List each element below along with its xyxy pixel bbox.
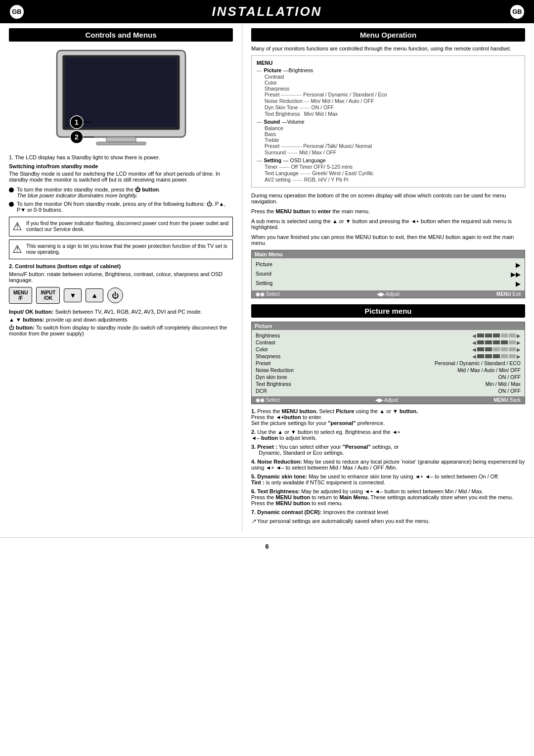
warning-boxes: ⚠ If you find the power indicator flashi… (9, 217, 233, 259)
picture-box-title: Picture (252, 322, 525, 330)
switch-text: The Standby mode is used for switching t… (9, 171, 233, 183)
instruction-5: 5. Dynamic skin tone: May be used to enh… (251, 473, 525, 485)
switch-section: Switching into/from standby mode The Sta… (9, 163, 233, 183)
main-menu-box: Main Menu Picture▶ Sound▶▶ Setting▶ ◉◉ S… (251, 250, 525, 298)
input-ok-desc: Input/ OK button: Switch between TV, AV1… (9, 309, 233, 315)
menu-nav-text1: During menu operation the bottom of the … (251, 192, 525, 204)
menu-item-picture: Picture▶ (256, 260, 521, 270)
warning-icon-1: ⚠ (12, 220, 22, 233)
page: GB INSTALLATION GB Controls and Menus (0, 0, 534, 756)
picture-menu-section: Picture menu Picture Brightness ◀ ▶ (251, 304, 525, 524)
svg-rect-4 (96, 142, 146, 145)
menu-nav-text2: Press the MENU button to enter the main … (251, 208, 525, 214)
picture-menu-heading: Picture menu (251, 304, 525, 318)
pic-contrast: Contrast ◀ ▶ (256, 339, 521, 346)
menu-item-setting: Setting▶ (256, 279, 521, 288)
main-content: Controls and Menus 1 (0, 23, 534, 532)
badge-left: GB (9, 4, 25, 20)
down-button[interactable]: ▼ (64, 288, 82, 302)
pic-footer-back: MENU Back (494, 397, 521, 403)
svg-rect-2 (65, 57, 178, 128)
up-button[interactable]: ▲ (86, 288, 103, 302)
instruction-3: 3. Preset : You can select either your "… (251, 444, 525, 456)
bullet-standby-on: To turn the monitor into standby mode, p… (9, 187, 233, 198)
menu-item-sound: Sound▶▶ (256, 270, 521, 279)
instruction-6: 6. Text Brightness: May be adjusted by u… (251, 488, 525, 506)
bullet-text-2: To turn the monitor ON from standby mode… (17, 201, 233, 213)
pic-sharpness: Sharpness ◀ ▶ (256, 353, 521, 360)
pic-noise: Noise ReductionMid / Max / Auto / Min/ O… (256, 367, 521, 374)
menu-branch-picture: — Picture —Brightness (257, 67, 520, 73)
pic-footer-select: ◉◉ Select (256, 397, 280, 403)
instruction-note: ↗ Your personal settings are automatical… (251, 518, 525, 524)
right-column: Menu Operation Many of your monitors fun… (242, 23, 534, 532)
bullet-standby-off: To turn the monitor ON from standby mode… (9, 201, 233, 213)
control-text: Menu/F button: rotate between volume, Br… (9, 271, 233, 283)
page-title: INSTALLATION (212, 4, 322, 19)
warning-box-2: ⚠ This warning is a sign to let you know… (9, 239, 233, 259)
menu-tree: MENU — Picture —Brightness Contrast Colo… (251, 55, 525, 188)
instruction-1: 1. Press the MENU button. Select Picture… (251, 408, 525, 426)
pic-text-brightness: Text BrightnessMin / Mid / Max (256, 380, 521, 387)
picture-box-body: Brightness ◀ ▶ Contrast ◀ (252, 330, 525, 396)
menu-sub-picture: Contrast Color Sharpness Preset ———— Per… (265, 74, 520, 117)
sub-menu-text2: When you have finished you can press the… (251, 234, 525, 246)
svg-text:2: 2 (75, 133, 79, 141)
page-number: 6 (0, 537, 534, 555)
bullet-dot-2 (9, 202, 14, 207)
main-menu-body: Picture▶ Sound▶▶ Setting▶ (252, 258, 525, 290)
svg-text:1: 1 (75, 118, 79, 126)
arrow-desc: ▲ ▼ buttons: provide up and down adjustm… (9, 317, 233, 323)
controls-section-heading: Controls and Menus (9, 28, 233, 42)
warning-icon-2: ⚠ (12, 243, 22, 256)
pic-color: Color ◀ ▶ (256, 346, 521, 353)
picture-box: Picture Brightness ◀ ▶ Contrast (251, 322, 525, 404)
instruction-7-dynamic: 7. Dynamic contrast (DCR): Improves the … (251, 509, 525, 515)
footer-adjust: ◀▶ Adjust (377, 291, 400, 297)
menu-sub-setting: Timer —— Off Timer OFF/ 5-120 mins Text … (265, 164, 520, 183)
pic-footer-adjust: ◀▶ Adjust (375, 397, 398, 403)
pic-dcr: DCRON / OFF (256, 387, 521, 394)
monitor-note: 1. The LCD display has a Standby light t… (9, 154, 233, 160)
monitor-svg: 1 2 (47, 46, 195, 149)
pic-brightness: Brightness ◀ ▶ (256, 332, 521, 339)
left-column: Controls and Menus 1 (0, 23, 242, 532)
menu-sub-sound: Balance Bass Treble Preset ———— Personal… (265, 125, 520, 155)
input-ok-button[interactable]: INPUT/OK (36, 287, 60, 304)
sub-menu-text1: A sub menu is selected using the ▲ or ▼ … (251, 218, 525, 230)
warning-text-2: This warning is a sign to let you know t… (26, 243, 229, 255)
power-button[interactable]: ⏻ (107, 287, 123, 303)
menu-f-button[interactable]: MENU/F (9, 287, 32, 304)
menu-op-intro: Many of your monitors functions are cont… (251, 46, 525, 51)
menu-op-heading: Menu Operation (251, 28, 525, 42)
menu-tree-label: MENU (257, 60, 520, 66)
pic-skin: Dyn skin toneON / OFF (256, 374, 521, 380)
power-desc: ⏻ button: To switch from display to stan… (9, 325, 233, 336)
header: GB INSTALLATION GB (0, 0, 534, 23)
menu-branch-sound: — Sound —Volume (257, 119, 520, 125)
svg-rect-3 (106, 137, 136, 142)
warning-text-1: If you find the power indicator flashing… (26, 220, 229, 232)
picture-box-footer: ◉◉ Select ◀▶ Adjust MENU Back (252, 396, 525, 404)
button-row: MENU/F INPUT/OK ▼ ▲ ⏻ (9, 287, 233, 304)
main-menu-footer: ◉◉ Select ◀▶ Adjust MENU Exit (252, 290, 525, 298)
footer-select: ◉◉ Select (256, 291, 280, 297)
switch-title: Switching into/from standby mode (9, 163, 233, 169)
bullet-dot-1 (9, 188, 14, 192)
footer-exit: MENU Exit (496, 291, 521, 297)
control-title: 2. Control buttons (bottom edge of cabin… (9, 263, 233, 269)
instruction-4: 4. Noise Reduction: May be used to reduc… (251, 459, 525, 471)
instruction-2: 2. Use the ▲ or ▼ button to select eg. B… (251, 429, 525, 441)
main-menu-title: Main Menu (252, 250, 525, 258)
monitor-illustration: 1 2 (9, 46, 233, 149)
control-section: 2. Control buttons (bottom edge of cabin… (9, 263, 233, 336)
menu-branch-setting: — Setting — OSD Language (257, 157, 520, 163)
badge-right: GB (509, 4, 525, 20)
bullet-text-1: To turn the monitor into standby mode, p… (17, 187, 160, 198)
warning-box-1: ⚠ If you find the power indicator flashi… (9, 217, 233, 236)
pic-preset: PresetPersonal / Dynamic / Standard / EC… (256, 360, 521, 367)
